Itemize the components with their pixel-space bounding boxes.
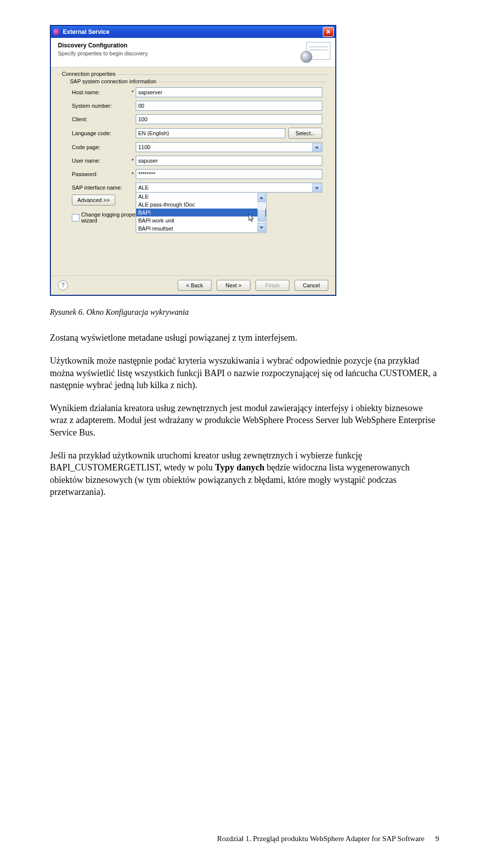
- iface-value: ALE: [138, 185, 149, 191]
- lang-input[interactable]: [136, 128, 285, 138]
- client-input[interactable]: [136, 114, 322, 124]
- back-button[interactable]: < Back: [178, 280, 212, 291]
- iface-dropdown-list[interactable]: ALE ALE pass-through IDoc BAPI BAPI work…: [136, 192, 266, 233]
- scroll-thumb[interactable]: [257, 211, 265, 221]
- label-password: Password:: [72, 171, 130, 177]
- close-icon: ✕: [326, 29, 331, 35]
- dd-item-bapi-resultset[interactable]: BAPI resultset: [136, 224, 266, 232]
- fieldset-sap-info: SAP system connection information Host n…: [66, 82, 325, 226]
- page-footer: Rozdział 1. Przegląd produktu WebSphere …: [217, 835, 439, 843]
- paragraph-2: Użytkownik może następnie podać kryteria…: [50, 355, 439, 391]
- label-iface: SAP interface name:: [72, 185, 130, 191]
- change-logging-checkbox[interactable]: [72, 214, 79, 221]
- fieldset-connection: Connection properties SAP system connect…: [58, 74, 328, 232]
- chevron-down-icon[interactable]: [312, 143, 321, 152]
- dd-item-ale[interactable]: ALE: [136, 193, 266, 201]
- req-host: *: [130, 89, 136, 95]
- help-icon[interactable]: ?: [58, 280, 68, 290]
- advanced-button[interactable]: Advanced >>: [72, 195, 115, 206]
- cancel-button[interactable]: Cancel: [294, 280, 328, 291]
- titlebar[interactable]: External Service ✕: [51, 26, 335, 38]
- dialog-footer: ? < Back Next > Finish Cancel: [51, 275, 335, 295]
- codepage-combo[interactable]: 1100: [136, 142, 322, 152]
- dropdown-scrollbar[interactable]: [257, 193, 265, 232]
- scroll-up-icon[interactable]: [257, 193, 265, 202]
- legend-connection: Connection properties: [60, 71, 118, 77]
- header-title: Discovery Configuration: [58, 42, 295, 49]
- finish-button[interactable]: Finish: [255, 280, 289, 291]
- user-input[interactable]: [136, 156, 322, 166]
- header-graphic: [300, 42, 330, 63]
- paragraph-1: Zostaną wyświetlone metadane usługi powi…: [50, 332, 439, 344]
- footer-text: Rozdział 1. Przegląd produktu WebSphere …: [217, 835, 425, 843]
- form-area: Connection properties SAP system connect…: [51, 67, 335, 275]
- req-user: *: [130, 158, 136, 164]
- figure-caption: Rysunek 6. Okno Konfiguracja wykrywania: [50, 308, 439, 317]
- label-user: User name:: [72, 158, 130, 164]
- label-codepage: Code page:: [72, 144, 130, 150]
- label-lang: Language code:: [72, 130, 130, 136]
- dd-item-ale-passthrough[interactable]: ALE pass-through IDoc: [136, 201, 266, 209]
- select-lang-button[interactable]: Select...: [288, 128, 322, 139]
- label-client: Client:: [72, 116, 130, 122]
- legend-sap-info: SAP system connection information: [68, 78, 158, 84]
- scroll-down-icon[interactable]: [257, 223, 265, 232]
- dialog-icon: [53, 28, 60, 35]
- page-number: 9: [436, 835, 440, 843]
- paragraph-4: Jeśli na przykład użytkownik uruchomi kr…: [50, 449, 439, 498]
- iface-combo[interactable]: ALE: [136, 183, 322, 193]
- password-input[interactable]: [136, 169, 322, 179]
- req-password: *: [130, 171, 136, 177]
- paragraph-3: Wynikiem działania kreatora usług zewnęt…: [50, 402, 439, 438]
- external-service-dialog: External Service ✕ Discovery Configurati…: [50, 25, 336, 296]
- chevron-down-icon[interactable]: [312, 184, 321, 193]
- host-input[interactable]: [136, 87, 322, 97]
- sysnum-input[interactable]: [136, 101, 322, 111]
- dialog-title: External Service: [63, 28, 323, 35]
- next-button[interactable]: Next >: [217, 280, 250, 291]
- dialog-header: Discovery Configuration Specify properti…: [51, 38, 335, 67]
- codepage-value: 1100: [138, 144, 150, 150]
- label-sysnum: System number:: [72, 103, 130, 109]
- scroll-track[interactable]: [257, 202, 265, 223]
- header-subtitle: Specify properties to begin discovery.: [58, 50, 295, 56]
- dd-item-bapi[interactable]: BAPI: [136, 209, 266, 217]
- dd-item-bapi-workunit[interactable]: BAPI work unit: [136, 217, 266, 224]
- close-button[interactable]: ✕: [323, 27, 334, 37]
- label-host: Host name:: [72, 89, 130, 95]
